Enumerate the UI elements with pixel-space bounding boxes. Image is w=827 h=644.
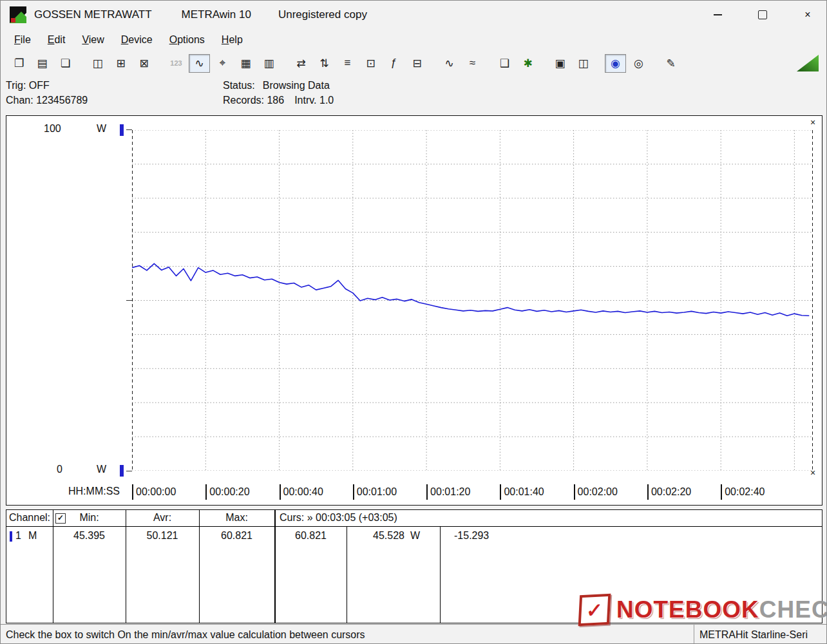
y-axis-unit-top: W xyxy=(97,123,106,135)
titlebar: GOSSEN METRAWATT METRAwin 10 Unregistere… xyxy=(1,1,826,29)
cursor2-value: 45.528 xyxy=(347,530,404,542)
open-folder-button[interactable]: ❏ xyxy=(55,54,76,73)
zoom-out-button[interactable]: ◎ xyxy=(628,54,649,73)
watermark-text-primary: NOTEBOOK xyxy=(616,596,759,623)
menu-device[interactable]: Device xyxy=(113,32,161,48)
cursor2-unit: W xyxy=(410,530,420,542)
x-axis-title: HH:MM:SS xyxy=(68,486,120,497)
power-trend-chart xyxy=(132,130,813,471)
close-button[interactable]: × xyxy=(793,1,822,29)
notebookcheck-watermark: ✓ NOTEBOOKCHECK xyxy=(579,592,827,628)
yt-chart-button[interactable]: ∿ xyxy=(189,54,210,73)
numeric-display-button: 123 xyxy=(166,54,187,73)
maximize-button[interactable] xyxy=(748,1,777,29)
menu-edit[interactable]: Edit xyxy=(39,32,74,48)
table-divider-cursor xyxy=(274,510,276,623)
send-device-data-button[interactable]: ⇅ xyxy=(314,54,335,73)
menu-options[interactable]: Options xyxy=(161,32,213,48)
window-controls: × xyxy=(703,1,826,29)
channel1-color-marker xyxy=(10,531,12,542)
print-button[interactable]: ▣ xyxy=(549,54,571,73)
channel-column-header: Channel: xyxy=(9,512,50,524)
y-tick-mark xyxy=(126,300,132,301)
data-table-button[interactable]: ▦ xyxy=(235,54,256,73)
save-file-button[interactable]: ▤ xyxy=(32,54,53,73)
minimize-icon xyxy=(714,14,722,15)
window-close-button[interactable]: ⊠ xyxy=(133,54,155,73)
min-max-record-button[interactable]: ∿ xyxy=(439,54,460,73)
window-copy-button[interactable]: ⊞ xyxy=(110,54,131,73)
menu-help[interactable]: Help xyxy=(213,32,251,48)
y-axis-min-label: 0 xyxy=(57,464,62,475)
table-header-divider xyxy=(6,526,822,527)
maximize-icon xyxy=(758,10,767,19)
cursor-delta-value: -15.293 xyxy=(454,530,489,542)
y-tick-mark xyxy=(126,471,132,471)
xy-scope-button[interactable]: ⌖ xyxy=(212,54,233,73)
avr-column-header: Avr: xyxy=(126,512,199,524)
min-value: 45.395 xyxy=(53,530,126,542)
open-config-button[interactable]: ❐ xyxy=(8,54,30,73)
table-divider xyxy=(440,526,441,623)
cursor-column-header: Curs: » 00:03:05 (+03:05) xyxy=(280,512,397,524)
chart-panel: 100 W 0 W × × HH:MM:SS 00:00:0000:00:200… xyxy=(6,115,822,506)
x-tick-label: 00:02:00 xyxy=(574,484,618,500)
channel-info: Chan: 123456789 xyxy=(6,95,88,106)
cursor2-handle-top[interactable]: × xyxy=(808,117,818,128)
table-divider xyxy=(126,510,126,623)
y-axis-max-label: 100 xyxy=(44,123,61,135)
x-tick-label: 00:01:40 xyxy=(500,484,544,500)
x-tick-label: 00:00:40 xyxy=(280,484,323,500)
titlebar-app-name: GOSSEN METRAWATT xyxy=(34,8,152,21)
recording-status: Status:Browsing Data xyxy=(223,80,330,91)
minimize-button[interactable] xyxy=(703,1,732,29)
channel-mode: M xyxy=(28,530,37,542)
bar-graph-button[interactable]: ▥ xyxy=(258,54,280,73)
menubar: FileEditViewDeviceOptionsHelp xyxy=(1,29,826,51)
x-tick-label: 00:00:00 xyxy=(132,484,176,500)
trigger-status: Trig: OFF xyxy=(6,80,50,91)
x-tick-label: 00:02:20 xyxy=(647,484,691,500)
max-value: 60.821 xyxy=(199,530,274,542)
x-tick-label: 00:02:40 xyxy=(721,484,765,500)
x-tick-label: 00:00:20 xyxy=(205,484,249,500)
y-range-marker-bottom[interactable] xyxy=(120,465,124,477)
cursor2-handle-bottom[interactable]: × xyxy=(808,468,818,478)
interval-value: Intrv. 1.0 xyxy=(294,95,334,106)
read-device-data-button[interactable]: ⇄ xyxy=(290,54,312,73)
envelope-curve-button[interactable]: ≈ xyxy=(462,54,483,73)
y-range-marker-top[interactable] xyxy=(120,124,124,136)
menu-file[interactable]: File xyxy=(6,32,39,48)
copy-values-button[interactable]: ❑ xyxy=(494,54,515,73)
notebookcheck-check-icon: ✓ xyxy=(578,594,611,626)
plot-area[interactable] xyxy=(132,130,813,471)
device-monitor-button[interactable]: ⊡ xyxy=(360,54,381,73)
channel-number: 1 xyxy=(15,530,21,542)
y-axis-unit-bottom: W xyxy=(97,464,106,475)
x-tick-label: 00:01:20 xyxy=(426,484,470,500)
avr-value: 50.121 xyxy=(126,530,199,542)
table-divider xyxy=(199,510,200,623)
status-value: Browsing Data xyxy=(263,80,330,91)
interval-timer-button[interactable]: ✱ xyxy=(517,54,538,73)
device-display-button[interactable]: ⊟ xyxy=(406,54,428,73)
status-label: Status: xyxy=(223,80,255,91)
titlebar-product-name: METRAwin 10 xyxy=(182,8,251,21)
menu-view[interactable]: View xyxy=(73,32,112,48)
watermark-text-secondary: CHECK xyxy=(759,596,827,623)
info-panel: Trig: OFF Chan: 123456789 Status:Browsin… xyxy=(1,75,826,113)
titlebar-license-status: Unregistered copy xyxy=(278,8,367,21)
app-logo-icon xyxy=(10,6,26,23)
min-column-header: Min: xyxy=(53,512,126,524)
records-count: Records: 186 xyxy=(223,95,284,106)
records-info: Records: 186Intrv. 1.0 xyxy=(223,95,334,106)
device-settings-button[interactable]: ≡ xyxy=(337,54,358,73)
window-export-button[interactable]: ◫ xyxy=(87,54,108,73)
print-setup-button[interactable]: ◫ xyxy=(573,54,594,73)
zoom-mode-button[interactable]: ◉ xyxy=(605,54,626,73)
annotations-button[interactable]: ✎ xyxy=(660,54,681,73)
y-tick-mark xyxy=(126,129,132,130)
math-function-button[interactable]: ƒ xyxy=(383,54,404,73)
toolbar: ❐▤❏◫⊞⊠123∿⌖▦▥⇄⇅≡⊡ƒ⊟∿≈❑✱▣◫◉◎✎ xyxy=(1,51,826,75)
max-column-header: Max: xyxy=(199,512,274,524)
